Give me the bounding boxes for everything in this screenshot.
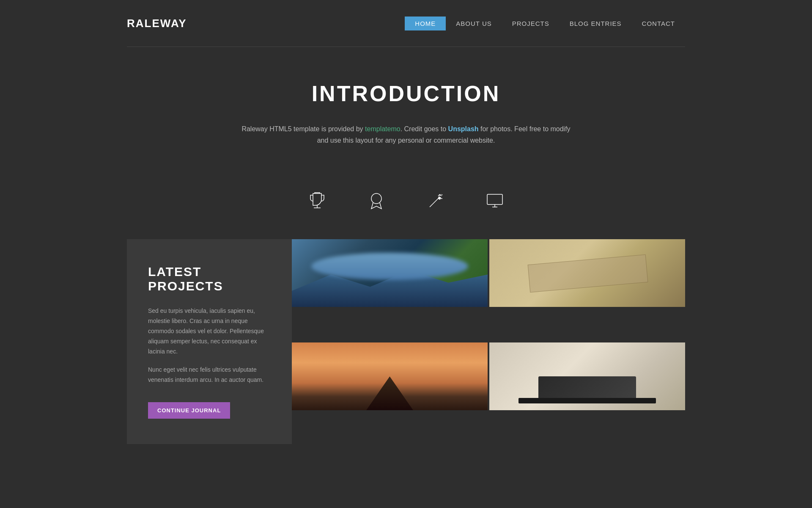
projects-desc1: Sed eu turpis vehicula, iaculis sapien e… — [148, 306, 271, 356]
continue-journal-button[interactable]: CONTINUE JOURNAL — [148, 402, 230, 419]
intro-text: Raleway HTML5 template is provided by te… — [169, 123, 643, 146]
projects-info: LATEST PROJECTS Sed eu turpis vehicula, … — [127, 239, 292, 444]
svg-line-8 — [442, 194, 442, 195]
projects-section: LATEST PROJECTS Sed eu turpis vehicula, … — [127, 239, 685, 444]
project-image-laptop — [489, 342, 685, 410]
intro-text-after: for photos. Feel free to modify — [479, 125, 571, 133]
projects-title: LATEST PROJECTS — [148, 265, 271, 293]
projects-desc2: Nunc eget velit nec felis ultrices vulpu… — [148, 365, 271, 385]
project-image-sunset-cliff — [292, 342, 488, 410]
magic-icon — [425, 191, 446, 211]
svg-point-2 — [371, 193, 381, 204]
intro-line2: and use this layout for any personal or … — [317, 137, 495, 144]
project-image-map — [489, 239, 685, 307]
award-icon-container — [364, 188, 389, 214]
site-logo: RALEWAY — [127, 17, 187, 30]
icons-row — [0, 171, 812, 239]
nav-projects[interactable]: PROJECTS — [502, 17, 560, 30]
intro-title: INTRODUCTION — [169, 81, 643, 106]
svg-marker-9 — [438, 197, 441, 199]
header: RALEWAY HOME ABOUT US PROJECTS BLOG ENTR… — [0, 0, 812, 47]
nav-about[interactable]: ABOUT US — [446, 17, 502, 30]
project-image-mountains — [292, 239, 488, 307]
nav-contact[interactable]: CONTACT — [632, 17, 685, 30]
nav-home[interactable]: HOME — [405, 17, 446, 30]
magic-icon-container — [423, 188, 448, 214]
intro-text-between: . Credit goes to — [401, 125, 448, 133]
award-icon — [366, 191, 387, 211]
intro-text-before: Raleway HTML5 template is provided by — [241, 125, 365, 133]
templatemo-link[interactable]: templatemo — [365, 125, 401, 133]
nav-blog[interactable]: BLOG ENTRIES — [560, 17, 632, 30]
svg-rect-10 — [487, 194, 502, 204]
svg-line-3 — [430, 199, 438, 207]
trophy-icon — [307, 191, 327, 211]
monitor-icon — [485, 191, 505, 211]
main-nav: HOME ABOUT US PROJECTS BLOG ENTRIES CONT… — [405, 17, 685, 30]
monitor-icon-container — [482, 188, 508, 214]
trophy-icon-container — [304, 188, 330, 214]
projects-gallery — [292, 239, 685, 444]
unsplash-link[interactable]: Unsplash — [448, 125, 479, 133]
intro-section: INTRODUCTION Raleway HTML5 template is p… — [0, 47, 812, 171]
